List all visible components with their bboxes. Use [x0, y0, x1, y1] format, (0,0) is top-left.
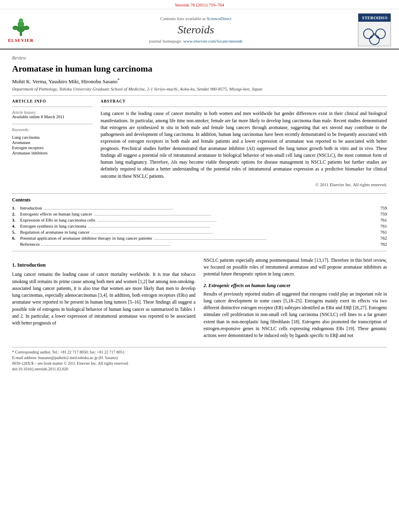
- abstract-rule: [101, 107, 387, 107]
- contents-label-6[interactable]: Potential application of aromatase inhib…: [20, 236, 152, 240]
- svg-text:STEROIDS®: STEROIDS®: [362, 15, 388, 20]
- contents-num-6: 6.: [12, 236, 20, 240]
- main-content: Review Aromatase in human lung carcinoma…: [0, 55, 399, 371]
- contents-num-2: 2.: [12, 212, 20, 216]
- contents-num-3: 3.: [12, 218, 20, 222]
- contents-dots-3: ........................................…: [97, 218, 379, 222]
- contents-page-2: 759: [380, 212, 387, 216]
- corresponding-author-marker: *: [117, 77, 119, 82]
- article-info-label: ARTICLE INFO: [12, 99, 93, 103]
- svg-point-4: [12, 26, 19, 30]
- contents-label-5[interactable]: Regulation of aromatase in lung cancer: [20, 230, 90, 234]
- elsevier-brand-text: ELSEVIER: [8, 38, 34, 43]
- keyword-4: Aromatase inhibitors: [12, 151, 93, 155]
- section1-text-right: NSCLC patients especially among postmeno…: [204, 257, 387, 278]
- contents-section: Contents 1. Introduction ...............…: [12, 193, 387, 251]
- sciencedirect-link[interactable]: ScienceDirect: [207, 16, 232, 21]
- contents-dots-4: ........................................…: [88, 224, 378, 228]
- contents-page-4: 761: [380, 224, 387, 228]
- info-rule: [12, 107, 93, 107]
- homepage-label: journal homepage:: [149, 39, 182, 43]
- article-history-item: Article history: Available online 8 Marc…: [12, 110, 93, 119]
- contents-item-2: 2. Estrogenic effects on human lung canc…: [12, 212, 387, 216]
- keywords-rule: [12, 124, 93, 124]
- contents-dots-2: ........................................…: [94, 212, 378, 216]
- contents-dots-ref: ........................................…: [41, 242, 379, 246]
- body-two-col: 1. Introduction Lung cancer remains the …: [12, 257, 387, 342]
- contents-page-5: 761: [380, 230, 387, 234]
- abstract-label: ABSTRACT: [101, 99, 387, 103]
- keywords-label: Keywords:: [12, 127, 93, 132]
- contents-num-4: 4.: [12, 224, 20, 228]
- steroids-logo-box: STEROIDS®: [358, 13, 391, 46]
- contents-item-4: 4. Estrogen synthesis in lung carcinoma …: [12, 224, 387, 228]
- footnote-email: E-mail address: hsasano@patholo2.med.toh…: [12, 355, 387, 360]
- affiliation-text: Department of Pathology, Tohoku Universi…: [12, 86, 387, 91]
- footnote-issn: 0039-128X/$ – see front matter © 2011 El…: [12, 361, 387, 366]
- abstract-text: Lung cancer is the leading cause of canc…: [101, 110, 387, 180]
- keywords-section: Keywords: Lung carcinoma Aromatase Estro…: [12, 127, 93, 155]
- contents-item-1: 1. Introduction ........................…: [12, 205, 387, 210]
- svg-point-3: [19, 18, 23, 23]
- elsevier-tree-icon: [9, 17, 33, 37]
- section1-text-left: Lung cancer remains the leading cause of…: [12, 271, 195, 327]
- keyword-1: Lung carcinoma: [12, 135, 93, 140]
- footnote-doi: doi:10.1016/j.steroids.2011.02.020: [12, 367, 387, 371]
- svg-point-5: [23, 26, 29, 30]
- copyright-line: © 2011 Elsevier Inc. All rights reserved…: [101, 182, 387, 187]
- article-title: Aromatase in human lung carcinoma: [12, 64, 387, 74]
- steroids-logo-icon: STEROIDS®: [358, 14, 391, 46]
- contents-page-1: 759: [380, 205, 387, 210]
- contents-dots-6: ........................................…: [154, 236, 378, 240]
- sciencedirect-line: Contents lists available at ScienceDirec…: [34, 16, 358, 21]
- contents-item-5: 5. Regulation of aromatase in lung cance…: [12, 230, 387, 234]
- section1-heading: 1. Introduction: [12, 261, 195, 269]
- journal-title: Steroids: [34, 23, 358, 36]
- authors-text: Mohit K. Verma, Yasuhiro Miki, Hironobu …: [12, 78, 117, 84]
- article-type-label: Review: [12, 55, 387, 61]
- contents-title: Contents: [12, 197, 387, 203]
- contents-label-1[interactable]: Introduction: [20, 205, 42, 210]
- contents-label-3[interactable]: Expression of ERs in lung carcinoma cell…: [20, 218, 95, 222]
- contents-page-3: 761: [380, 218, 387, 222]
- contents-item-3: 3. Expression of ERs in lung carcinoma c…: [12, 218, 387, 222]
- section2-text: Results of previously reported studies a…: [204, 291, 387, 339]
- contents-num-5: 5.: [12, 230, 20, 234]
- contents-label-4[interactable]: Estrogen synthesis in lung carcinoma: [20, 224, 86, 228]
- contents-dots-5: ........................................…: [91, 230, 379, 234]
- abstract-column: ABSTRACT Lung cancer is the leading caus…: [101, 99, 387, 187]
- sciencedirect-label: Contents lists available at: [160, 16, 206, 21]
- journal-header: ELSEVIER Contents lists available at Sci…: [0, 9, 399, 49]
- history-label: Article history:: [12, 110, 93, 115]
- journal-info-text: Steroids 76 (2011) 759–764: [175, 2, 224, 7]
- contents-page-ref: 762: [380, 242, 387, 246]
- homepage-line: journal homepage: www.elsevier.com/locat…: [34, 39, 358, 43]
- keyword-3: Estrogen receptors: [12, 146, 93, 150]
- contents-label-2[interactable]: Estrogenic effects on human lung cancer: [20, 212, 92, 216]
- keywords-list: Lung carcinoma Aromatase Estrogen recept…: [12, 135, 93, 155]
- footnote-star: * Corresponding author. Tel.: +81 22 717…: [12, 350, 387, 354]
- header-rule: [12, 95, 387, 96]
- contents-item-6: 6. Potential application of aromatase in…: [12, 236, 387, 240]
- elsevier-logo: ELSEVIER: [8, 17, 34, 43]
- journal-citation: Steroids 76 (2011) 759–764: [0, 0, 399, 9]
- body-right-col: NSCLC patients especially among postmeno…: [204, 257, 387, 342]
- authors-line: Mohit K. Verma, Yasuhiro Miki, Hironobu …: [12, 77, 387, 85]
- contents-label-ref[interactable]: References: [20, 242, 40, 246]
- contents-num-1: 1.: [12, 205, 20, 210]
- contents-page-6: 762: [380, 236, 387, 240]
- contents-item-ref: References .............................…: [12, 242, 387, 246]
- body-left-col: 1. Introduction Lung cancer remains the …: [12, 257, 195, 342]
- abstract-body-text: Lung cancer is the leading cause of canc…: [101, 111, 387, 178]
- homepage-link[interactable]: www.elsevier.com/locate/steroids: [183, 39, 243, 43]
- keyword-2: Aromatase: [12, 140, 93, 145]
- body-section: 1. Introduction Lung cancer remains the …: [12, 257, 387, 342]
- footnote-area: * Corresponding author. Tel.: +81 22 717…: [12, 347, 387, 371]
- section2-heading: 2. Estrogenic effects on human lung canc…: [204, 282, 387, 289]
- contents-dots-1: ........................................…: [43, 206, 378, 210]
- available-online-text: Available online 8 March 2011: [12, 115, 64, 119]
- article-info-abstract-section: ARTICLE INFO Article history: Available …: [12, 99, 387, 187]
- journal-center-header: Contents lists available at ScienceDirec…: [34, 16, 358, 43]
- article-info-column: ARTICLE INFO Article history: Available …: [12, 99, 93, 187]
